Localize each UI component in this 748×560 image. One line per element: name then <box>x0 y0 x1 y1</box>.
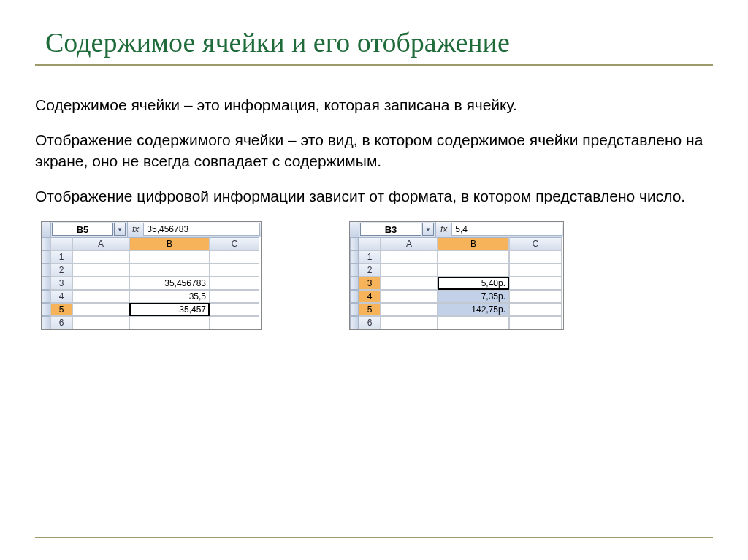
edge-strip <box>350 303 359 316</box>
slide-title: Содержимое ячейки и его отображение <box>35 26 713 58</box>
cell[interactable] <box>509 290 562 303</box>
screenshots-row: B5 ▼ fx 35,456783 A B C 1 2 <box>35 221 713 330</box>
name-box[interactable]: B3 <box>360 223 421 236</box>
fx-icon[interactable]: fx <box>436 224 451 234</box>
edge-strip <box>42 222 51 237</box>
edge-strip <box>42 303 50 316</box>
formula-input[interactable]: 5,4 <box>451 223 562 236</box>
formula-bar: B5 ▼ fx 35,456783 <box>42 222 261 237</box>
cell[interactable] <box>210 264 259 277</box>
select-all-corner[interactable] <box>359 237 381 250</box>
col-header-a[interactable]: A <box>72 237 129 250</box>
cell[interactable] <box>381 290 438 303</box>
cell[interactable] <box>381 303 438 316</box>
paragraph-1: Содержимое ячейки – это информация, кото… <box>35 95 713 115</box>
cell[interactable]: 35,456783 <box>129 277 210 290</box>
cell[interactable] <box>72 290 129 303</box>
row-header[interactable]: 3 <box>50 277 72 290</box>
row-header[interactable]: 5 <box>359 303 381 316</box>
cell[interactable] <box>509 250 562 264</box>
edge-strip <box>350 222 359 237</box>
cell[interactable] <box>509 277 562 290</box>
cell[interactable] <box>438 316 509 329</box>
row-header[interactable]: 2 <box>359 264 381 277</box>
row-header[interactable]: 4 <box>50 290 72 303</box>
edge-strip <box>42 277 50 290</box>
fx-area: fx 5,4 <box>435 222 563 237</box>
cell[interactable] <box>72 264 129 277</box>
excel-screenshot-2: B3 ▼ fx 5,4 A B C 1 2 <box>349 221 564 330</box>
edge-strip <box>350 290 359 303</box>
cell[interactable] <box>210 277 259 290</box>
excel-screenshot-1: B5 ▼ fx 35,456783 A B C 1 2 <box>41 221 262 330</box>
cell[interactable] <box>210 290 259 303</box>
content-block: Содержимое ячейки – это информация, кото… <box>35 95 713 207</box>
edge-strip <box>350 277 359 290</box>
cell[interactable] <box>129 316 210 329</box>
cell[interactable] <box>210 316 259 329</box>
edge-strip <box>350 237 359 250</box>
edge-strip <box>350 316 359 329</box>
row-header[interactable]: 6 <box>359 316 381 329</box>
formula-input[interactable]: 35,456783 <box>143 223 260 236</box>
name-box[interactable]: B5 <box>52 223 113 236</box>
title-underline <box>35 64 713 66</box>
cell[interactable] <box>72 250 129 264</box>
paragraph-3: Отображение цифровой информации зависит … <box>35 186 713 207</box>
fx-area: fx 35,456783 <box>127 222 261 237</box>
cell[interactable] <box>129 250 210 264</box>
selected-cell[interactable]: 142,75р. <box>438 303 509 316</box>
col-header-b[interactable]: B <box>129 237 210 250</box>
namebox-dropdown-icon[interactable]: ▼ <box>114 223 126 236</box>
slide: Содержимое ячейки и его отображение Соде… <box>0 0 748 560</box>
col-header-b[interactable]: B <box>438 237 509 250</box>
cell[interactable] <box>438 250 509 264</box>
row-header[interactable]: 3 <box>359 277 381 290</box>
edge-strip <box>42 316 50 329</box>
edge-strip <box>350 250 359 264</box>
cell[interactable] <box>72 316 129 329</box>
row-header[interactable]: 5 <box>50 303 72 316</box>
paragraph-2: Отображение содержимого ячейки – это вид… <box>35 130 713 172</box>
cell[interactable]: 35,5 <box>129 290 210 303</box>
footer-underline <box>35 537 713 538</box>
spreadsheet-grid: A B C 1 2 3 5,40р. 4 <box>350 237 563 329</box>
cell[interactable] <box>210 303 259 316</box>
cell[interactable] <box>509 303 562 316</box>
cell[interactable] <box>509 316 562 329</box>
active-cell[interactable]: 35,457 <box>129 303 210 316</box>
spreadsheet-grid: A B C 1 2 3 35,456783 4 <box>42 237 261 329</box>
select-all-corner[interactable] <box>50 237 72 250</box>
cell[interactable] <box>72 277 129 290</box>
row-header[interactable]: 4 <box>359 290 381 303</box>
col-header-c[interactable]: C <box>210 237 259 250</box>
edge-strip <box>42 250 50 264</box>
edge-strip <box>350 264 359 277</box>
row-header[interactable]: 1 <box>359 250 381 264</box>
edge-strip <box>42 290 50 303</box>
cell[interactable] <box>381 264 438 277</box>
formula-bar: B3 ▼ fx 5,4 <box>350 222 563 237</box>
col-header-a[interactable]: A <box>381 237 438 250</box>
edge-strip <box>42 237 50 250</box>
cell[interactable] <box>210 250 259 264</box>
cell[interactable] <box>381 250 438 264</box>
namebox-dropdown-icon[interactable]: ▼ <box>422 223 434 236</box>
row-header[interactable]: 6 <box>50 316 72 329</box>
active-cell[interactable]: 5,40р. <box>438 277 509 290</box>
cell[interactable] <box>509 264 562 277</box>
cell[interactable] <box>129 264 210 277</box>
col-header-c[interactable]: C <box>509 237 562 250</box>
cell[interactable] <box>381 316 438 329</box>
edge-strip <box>42 264 50 277</box>
cell[interactable] <box>72 303 129 316</box>
selected-cell[interactable]: 7,35р. <box>438 290 509 303</box>
cell[interactable] <box>381 277 438 290</box>
fx-icon[interactable]: fx <box>128 224 143 234</box>
row-header[interactable]: 2 <box>50 264 72 277</box>
row-header[interactable]: 1 <box>50 250 72 264</box>
cell[interactable] <box>438 264 509 277</box>
